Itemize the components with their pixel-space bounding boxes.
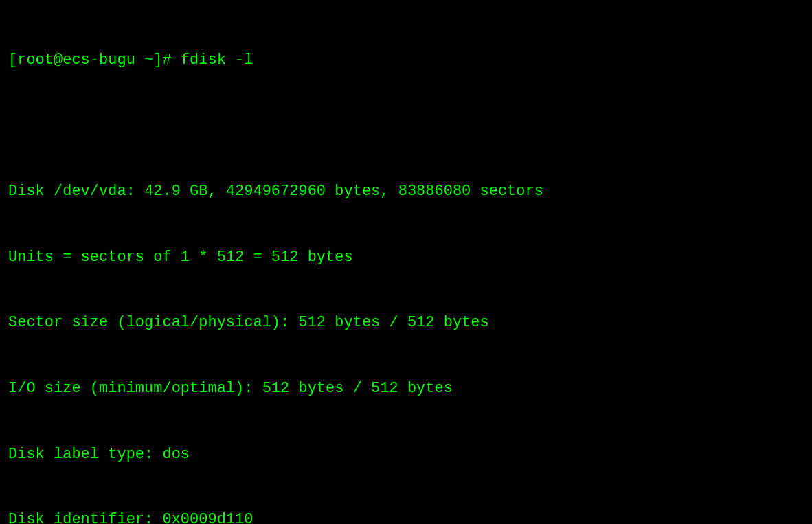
vda-info-3: Sector size (logical/physical): 512 byte… bbox=[8, 312, 804, 334]
vda-info-5: Disk label type: dos bbox=[8, 444, 804, 466]
command-line: [root@ecs-bugu ~]# fdisk -l bbox=[8, 49, 804, 71]
vda-info-2: Units = sectors of 1 * 512 = 512 bytes bbox=[8, 247, 804, 269]
terminal: [root@ecs-bugu ~]# fdisk -l Disk /dev/vd… bbox=[8, 5, 804, 524]
vda-info-6: Disk identifier: 0x0009d110 bbox=[8, 509, 804, 524]
vda-info-4: I/O size (minimum/optimal): 512 bytes / … bbox=[8, 378, 804, 400]
vda-info-1: Disk /dev/vda: 42.9 GB, 42949672960 byte… bbox=[8, 181, 804, 203]
blank-line-1 bbox=[8, 115, 804, 137]
